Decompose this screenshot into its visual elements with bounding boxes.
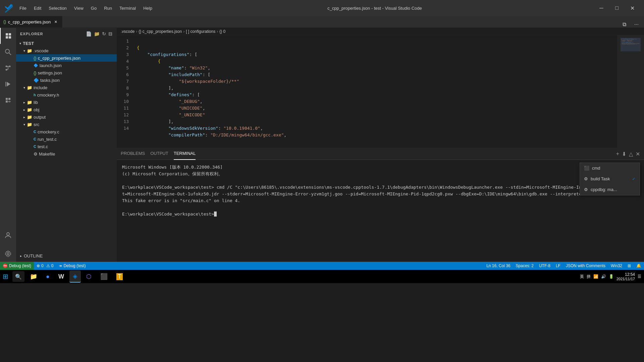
maximize-button[interactable]: □ <box>609 3 625 13</box>
debug-name-status[interactable]: ↠ Debug (test) <box>56 262 88 270</box>
code-editor[interactable]: { "configurations": [ { "name": "Win32",… <box>133 35 617 148</box>
tree-item-tasks-json[interactable]: 🔷 tasks.json <box>16 76 117 84</box>
taskbar-app-explorer[interactable]: 📁 <box>26 270 41 283</box>
activity-explorer[interactable] <box>0 28 16 44</box>
taskbar-app-vscode[interactable]: ◈ <box>69 270 81 283</box>
debug-status[interactable]: ⛔ Debug (test) <box>0 262 34 270</box>
wifi-icon[interactable]: 📶 <box>593 274 598 279</box>
close-button[interactable]: ✕ <box>625 3 640 13</box>
svg-rect-3 <box>9 36 11 39</box>
tab-output[interactable]: OUTPUT <box>150 148 168 160</box>
line-number: 4 <box>117 58 129 65</box>
terminal-cmd[interactable]: ⬛ cmd <box>580 163 640 174</box>
minimize-button[interactable]: ─ <box>594 3 609 13</box>
split-terminal-icon[interactable]: ⬇ <box>622 151 626 157</box>
activity-run-debug[interactable] <box>0 76 16 92</box>
language-mode[interactable]: JSON with Comments <box>563 262 608 270</box>
indentation[interactable]: Spaces: 2 <box>513 262 536 270</box>
chevron-down-icon: ▾ <box>21 86 27 89</box>
activity-settings[interactable] <box>0 246 16 262</box>
tab-problems[interactable]: PROBLEMS <box>121 148 145 160</box>
activity-account[interactable] <box>0 227 16 243</box>
speaker-icon[interactable]: 🔊 <box>601 274 606 279</box>
split-editor-button[interactable]: ⧉ <box>620 21 629 27</box>
tree-item-run-test-c[interactable]: C run_test.c <box>16 135 117 143</box>
taskbar-app-vs[interactable]: ⬡ <box>83 270 95 283</box>
menu-help[interactable]: Help <box>140 4 156 12</box>
tab-c-cpp-properties[interactable]: {} c_cpp_properties.json × <box>0 16 62 27</box>
terminal-content[interactable]: Microsoft Windows [版本 10.0.22000.346] (c… <box>117 160 644 262</box>
notification-center-icon[interactable]: ☰ <box>638 274 641 279</box>
line-numbers: 1 2 3 4 5 6 7 8 9 10 11 12 13 14 <box>117 35 133 148</box>
activity-extensions[interactable] <box>0 92 16 108</box>
tree-item-output[interactable]: ▸ 📁 output <box>16 113 117 121</box>
platform[interactable]: Win32 <box>608 262 625 270</box>
tree-item-include[interactable]: ▾ 📁 include <box>16 84 117 91</box>
tree-item-c-cpp-properties[interactable]: {} c_cpp_properties.json <box>16 54 117 62</box>
taskbar-app-w[interactable]: W <box>55 270 67 283</box>
close-panel-icon[interactable]: ✕ <box>636 151 640 157</box>
tree-root-test[interactable]: ▾ TEST <box>16 40 117 47</box>
tree-item-settings-json[interactable]: {} settings.json <box>16 69 117 76</box>
collapse-all-icon[interactable]: ⊟ <box>108 31 113 37</box>
new-terminal-icon[interactable]: + <box>616 151 619 157</box>
terminal-cppdbg[interactable]: ⚙ cppdbg: ma... <box>580 184 640 195</box>
taskbar-search[interactable]: 🔍 <box>12 271 24 282</box>
terminal-build-task[interactable]: ⚙ build Task ✓ <box>580 174 640 184</box>
tree-item-obj[interactable]: ▸ 📁 obj <box>16 106 117 113</box>
eol[interactable]: LF <box>553 262 563 270</box>
chevron-right-icon: ▸ <box>21 101 27 104</box>
menu-selection[interactable]: Selection <box>45 4 70 12</box>
cursor-position[interactable]: Ln 16, Col 36 <box>484 262 513 270</box>
activity-source-control[interactable] <box>0 60 16 76</box>
tree-item-cmockery-c[interactable]: C cmockery.c <box>16 128 117 135</box>
tab-terminal[interactable]: TERMINAL <box>174 148 196 160</box>
windows-start-button[interactable]: ⊞ <box>3 273 8 281</box>
tree-item-cmockery-h[interactable]: h cmockery.h <box>16 91 117 99</box>
battery-icon[interactable]: 🔋 <box>609 274 614 279</box>
tab-close-button[interactable]: × <box>53 19 59 25</box>
tree-item-label: cmockery.h <box>37 93 59 98</box>
taskbar-app-terminal[interactable]: ⬛ <box>97 270 111 283</box>
tree-item-src[interactable]: ▾ 📁 src <box>16 121 117 128</box>
encoding[interactable]: UTF-8 <box>536 262 553 270</box>
more-actions-button[interactable]: ··· <box>632 21 641 27</box>
notifications-btn[interactable]: 🔔 <box>634 262 644 270</box>
taskbar-app-t[interactable]: T <box>113 270 126 283</box>
clock[interactable]: 12:54 2021/11/17 <box>616 272 635 281</box>
errors-status[interactable]: ⊗ 0 ⚠ 0 <box>34 262 56 270</box>
menu-view[interactable]: View <box>71 4 87 12</box>
breadcrumb-configurations[interactable]: [ ] configurations <box>186 29 215 34</box>
maximize-panel-icon[interactable]: △ <box>629 151 633 157</box>
refresh-icon[interactable]: ↻ <box>102 31 106 37</box>
panel-tab-bar: PROBLEMS OUTPUT TERMINAL + ⬇ △ ✕ ⬛ cmd ⚙ <box>117 148 644 160</box>
explorer-title: EXPLORER <box>20 32 43 36</box>
ime-lang[interactable]: 英 <box>580 274 584 280</box>
tree-item-test-c[interactable]: C test.c <box>16 143 117 150</box>
activity-search[interactable] <box>0 44 16 60</box>
remote-icon-btn[interactable]: ⊞ <box>625 262 634 270</box>
menu-file[interactable]: File <box>16 4 30 12</box>
tree-item-launch-json[interactable]: 🔷 launch.json <box>16 62 117 69</box>
taskbar: ⊞ 🔍 📁 ● W ◈ ⬡ ⬛ T 英 拼 📶 🔊 🔋 12: <box>0 270 644 283</box>
new-file-icon[interactable]: 📄 <box>86 31 92 37</box>
terminal-line <box>122 177 639 184</box>
tree-item-makefile[interactable]: ⚙ Makefile <box>16 150 117 158</box>
new-folder-icon[interactable]: 📁 <box>94 31 100 37</box>
debug-name-label: Debug (test) <box>63 263 86 268</box>
outline-section[interactable]: ▸ OUTLINE <box>16 250 117 262</box>
tree-item-vscode[interactable]: ▾ 📁 .vscode <box>16 47 117 54</box>
menu-run[interactable]: Run <box>101 4 115 12</box>
menu-terminal[interactable]: Terminal <box>116 4 139 12</box>
tree-item-lib[interactable]: ▸ 📁 lib <box>16 99 117 106</box>
menu-edit[interactable]: Edit <box>31 4 45 12</box>
sidebar-header: EXPLORER 📄 📁 ↻ ⊟ <box>16 28 117 40</box>
status-left: ⛔ Debug (test) ⊗ 0 ⚠ 0 ↠ Debug (test) <box>0 262 88 270</box>
ime-mode[interactable]: 拼 <box>587 274 591 280</box>
taskbar-app-chrome[interactable]: ● <box>43 270 53 283</box>
breadcrumb-vscode[interactable]: .vscode <box>121 29 135 34</box>
breadcrumb-0[interactable]: {} 0 <box>219 29 225 34</box>
menu-go[interactable]: Go <box>88 4 100 12</box>
breadcrumb-file[interactable]: {} c_cpp_properties.json <box>139 29 182 34</box>
terminal-cppdbg-icon: ⚙ <box>584 187 588 192</box>
